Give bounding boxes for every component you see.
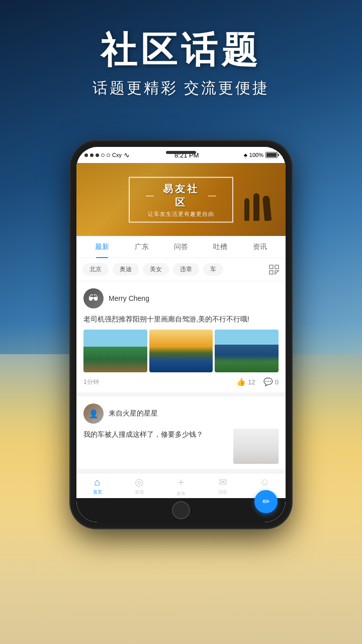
- content-area: 🕶 Merry Cheng 老司机强烈推荐阳朔十里画廊自驾游,美的不行不行哦! …: [76, 281, 286, 473]
- nav-post-label: 发布: [176, 491, 186, 497]
- tag-car[interactable]: 车: [203, 263, 223, 276]
- comment-action[interactable]: 💬 0: [263, 377, 279, 386]
- figure-2: [253, 193, 259, 221]
- phone-earpiece: [166, 151, 196, 154]
- tag-violation[interactable]: 违章: [173, 263, 199, 276]
- phone-mockup: Cxy ∿ 8:21 PM ♣ 100%: [70, 141, 292, 528]
- figure-3: [262, 195, 272, 221]
- post-2-thumbnail: [233, 429, 279, 464]
- post-1-header: 🕶 Merry Cheng: [83, 288, 279, 308]
- tag-beijing[interactable]: 北京: [82, 263, 109, 276]
- header-section: 社区话题 话题更精彩 交流更便捷: [0, 30, 362, 99]
- phone-outer: Cxy ∿ 8:21 PM ♣ 100%: [70, 141, 292, 528]
- signal-dot-1: [84, 153, 88, 157]
- nav-home[interactable]: ⌂ 首页: [76, 476, 118, 496]
- svg-rect-1: [275, 265, 279, 269]
- signal-dot-3: [96, 153, 99, 157]
- phone-inner: Cxy ∿ 8:21 PM ♣ 100%: [76, 147, 286, 522]
- app-subtitle: 让车友生活更有趣更自由: [142, 210, 220, 217]
- post-1-img-2: [149, 330, 213, 372]
- post-card-2: 👤 来自火星的星星 我的车被人撞成这样了，修要多少钱？: [76, 396, 286, 469]
- tab-complain[interactable]: 吐槽: [201, 236, 240, 258]
- message-icon: ✉: [219, 476, 227, 488]
- app-title-row: — 易友社区 —: [142, 182, 220, 209]
- avatar-1-face: 🕶: [88, 293, 99, 304]
- header-subtitle: 话题更精彩 交流更便捷: [0, 78, 362, 99]
- post-1-footer: 1分钟 👍 12 💬 0: [83, 377, 279, 386]
- nav-discover-label: 发现: [135, 489, 144, 496]
- avatar-2-face: 👤: [88, 409, 99, 419]
- signal-dot-2: [90, 153, 94, 157]
- nav-discover[interactable]: ◎ 发现: [118, 476, 160, 496]
- battery-icon: [265, 152, 278, 158]
- discover-icon: ◎: [135, 476, 143, 488]
- avatar-1: 🕶: [83, 288, 104, 308]
- tab-qa[interactable]: 问答: [161, 236, 201, 258]
- post-2-header: 👤 来自火星的星星: [83, 404, 279, 424]
- post-1-text: 老司机强烈推荐阳朔十里画廊自驾游,美的不行不行哦!: [83, 313, 279, 325]
- signal-dot-5: [107, 153, 110, 157]
- post-icon: ＋: [175, 474, 187, 490]
- home-icon: ⌂: [95, 476, 101, 488]
- post-1-images: [83, 330, 279, 372]
- fab-icon: ✏: [262, 496, 270, 507]
- username-1: Merry Cheng: [109, 294, 149, 302]
- like-action[interactable]: 👍 12: [236, 377, 255, 386]
- tag-audi[interactable]: 奥迪: [113, 263, 139, 276]
- post-card-1: 🕶 Merry Cheng 老司机强烈推荐阳朔十里画廊自驾游,美的不行不行哦! …: [76, 281, 286, 392]
- carrier-label: Cxy: [112, 152, 122, 158]
- post-2-text-area: 我的车被人撞成这样了，修要多少钱？: [83, 429, 228, 445]
- phone-hero: — 易友社区 — 让车友生活更有趣更自由: [76, 163, 286, 236]
- wifi-icon: ∿: [124, 151, 130, 159]
- nav-home-label: 首页: [93, 489, 102, 496]
- grid-view-icon[interactable]: [268, 264, 280, 275]
- tag-beauty[interactable]: 美女: [143, 263, 169, 276]
- post-2-img-content: [233, 429, 279, 464]
- tab-news[interactable]: 资讯: [240, 236, 280, 258]
- nav-message[interactable]: ✉ 消息: [202, 476, 244, 496]
- battery-percent: 100%: [249, 152, 263, 158]
- dash-right: —: [208, 191, 216, 200]
- tab-latest[interactable]: 最新: [82, 236, 122, 258]
- thumb-up-icon: 👍: [236, 377, 246, 386]
- post-1-time: 1分钟: [83, 378, 236, 386]
- svg-rect-2: [269, 271, 273, 274]
- tag-bar: 北京 奥迪 美女 违章 车: [76, 258, 286, 281]
- app-name: 易友社区: [158, 182, 204, 209]
- app-title-box: — 易友社区 — 让车友生活更有趣更自由: [129, 177, 233, 222]
- battery-fill: [266, 153, 277, 157]
- signal-dot-4: [101, 153, 105, 157]
- dash-left: —: [146, 191, 154, 200]
- status-bar: Cxy ∿ 8:21 PM ♣ 100%: [76, 147, 286, 163]
- post-2-content: 我的车被人撞成这样了，修要多少钱？: [83, 429, 279, 464]
- post-2-text: 我的车被人撞成这样了，修要多少钱？: [83, 429, 228, 440]
- nav-post[interactable]: ＋ 发布: [160, 474, 202, 497]
- tab-guangdong[interactable]: 广东: [122, 236, 161, 258]
- home-circle[interactable]: [172, 501, 190, 519]
- avatar-2: 👤: [83, 404, 104, 424]
- figures: [244, 193, 270, 221]
- comment-count: 0: [275, 378, 279, 386]
- like-count: 12: [248, 378, 255, 386]
- svg-rect-0: [269, 265, 273, 269]
- status-right: ♣ 100%: [244, 152, 278, 158]
- tab-bar: 最新 广东 问答 吐槽 资讯: [76, 236, 286, 258]
- username-2: 来自火星的星星: [109, 409, 158, 418]
- bluetooth-icon: ♣: [244, 152, 247, 158]
- profile-icon: ☺: [259, 476, 269, 488]
- svg-marker-3: [275, 271, 279, 274]
- post-1-actions: 👍 12 💬 0: [236, 377, 279, 386]
- post-1-img-3: [215, 330, 279, 372]
- header-title: 社区话题: [0, 30, 362, 70]
- nav-message-label: 消息: [218, 489, 227, 496]
- comment-icon: 💬: [263, 377, 273, 386]
- status-left: Cxy ∿: [84, 151, 130, 159]
- bottom-nav: ⌂ 首页 ◎ 发现 ＋ 发布 ✉ 消息 ☺ 我的: [76, 473, 286, 498]
- post-1-img-1: [83, 330, 147, 372]
- figure-1: [244, 198, 249, 221]
